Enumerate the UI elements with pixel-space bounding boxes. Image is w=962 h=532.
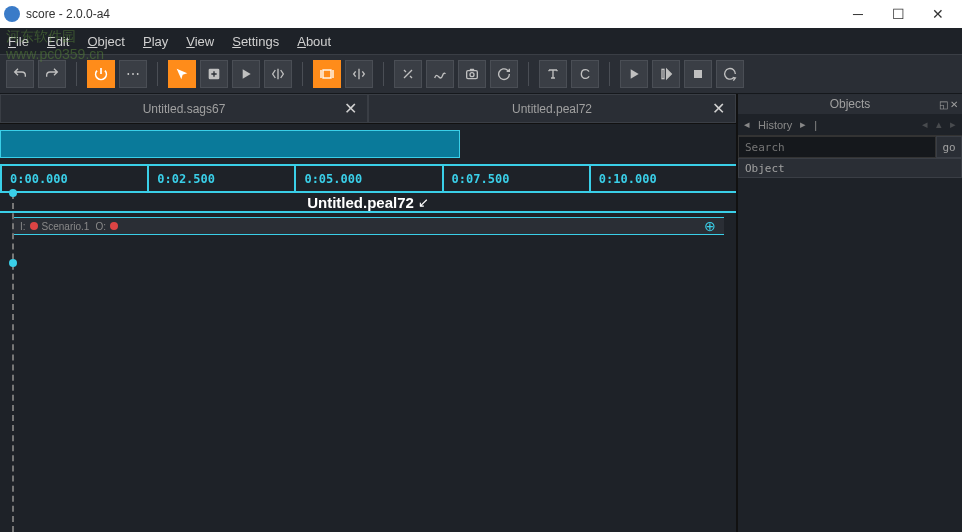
- toolbar-separator: [609, 62, 610, 86]
- toolbar-separator: [157, 62, 158, 86]
- document-tab[interactable]: Untitled.sags67 ✕: [0, 94, 368, 123]
- transport-rewind-button[interactable]: [716, 60, 744, 88]
- scenario-out-label: O:: [95, 221, 106, 232]
- time-ruler[interactable]: 0:00.000 0:02.500 0:05.000 0:07.500 0:10…: [0, 164, 736, 192]
- split-button[interactable]: [345, 60, 373, 88]
- menu-view[interactable]: View: [186, 34, 214, 49]
- search-bar: go: [738, 136, 962, 158]
- power-button[interactable]: [87, 60, 115, 88]
- select-tool-button[interactable]: [168, 60, 196, 88]
- interval-bar[interactable]: [0, 211, 736, 213]
- refresh-button[interactable]: [490, 60, 518, 88]
- panel-undock-icon[interactable]: ◱: [939, 99, 948, 110]
- panel-title-bar[interactable]: Objects ◱ ✕: [738, 94, 962, 114]
- transport-pause-button[interactable]: [652, 60, 680, 88]
- add-button[interactable]: [200, 60, 228, 88]
- search-input[interactable]: [738, 136, 936, 158]
- svg-rect-1: [323, 70, 331, 78]
- window-titlebar: score - 2.0.0-a4 ─ ☐ ✕: [0, 0, 962, 28]
- playhead-handle-icon[interactable]: [9, 259, 17, 267]
- ruler-tick: 0:07.500: [442, 166, 589, 191]
- interval-title: Untitled.peal72: [307, 194, 414, 211]
- transport-play-button[interactable]: [620, 60, 648, 88]
- add-process-icon[interactable]: ⊕: [704, 218, 716, 234]
- playhead-handle-icon[interactable]: [9, 189, 17, 197]
- region-overview[interactable]: [0, 130, 736, 158]
- scenario-name: Scenario.1: [42, 221, 90, 232]
- ruler-tick: 0:02.500: [147, 166, 294, 191]
- document-tab[interactable]: Untitled.peal72 ✕: [368, 94, 736, 123]
- tab-label: Untitled.peal72: [512, 102, 592, 116]
- snapshot-button[interactable]: [458, 60, 486, 88]
- objects-panel: Objects ◱ ✕ ◂ History ▸ | ◂ ▴ ▸ go Objec…: [736, 94, 962, 532]
- panel-title: Objects: [830, 97, 871, 111]
- svg-point-3: [470, 73, 474, 77]
- maximize-button[interactable]: ☐: [878, 2, 918, 26]
- panel-close-icon[interactable]: ✕: [950, 99, 958, 110]
- toolbar-separator: [76, 62, 77, 86]
- menu-settings[interactable]: Settings: [232, 34, 279, 49]
- history-back-icon[interactable]: ◂: [744, 118, 750, 131]
- bounds-button[interactable]: [313, 60, 341, 88]
- port-in-icon[interactable]: [30, 222, 38, 230]
- transport-stop-button[interactable]: [684, 60, 712, 88]
- play-button[interactable]: [232, 60, 260, 88]
- main-area: Untitled.sags67 ✕ Untitled.peal72 ✕ 0:00…: [0, 94, 736, 532]
- tab-close-icon[interactable]: ✕: [712, 99, 725, 118]
- nav-prev-icon[interactable]: ◂: [922, 118, 928, 131]
- nav-next-icon[interactable]: ▸: [950, 118, 956, 131]
- object-list[interactable]: [738, 178, 962, 532]
- scenario-header[interactable]: I: Scenario.1 O: ⊕: [12, 217, 724, 235]
- menubar: File Edit Object Play View Settings Abou…: [0, 28, 962, 54]
- toolbar-separator: [302, 62, 303, 86]
- menu-edit[interactable]: Edit: [47, 34, 69, 49]
- redo-button[interactable]: [38, 60, 66, 88]
- scale-button[interactable]: [394, 60, 422, 88]
- ruler-tick: 0:00.000: [0, 166, 147, 191]
- ruler-tick: 0:05.000: [294, 166, 441, 191]
- svg-rect-4: [662, 69, 664, 78]
- history-separator: |: [814, 119, 817, 131]
- document-tab-bar: Untitled.sags67 ✕ Untitled.peal72 ✕: [0, 94, 736, 124]
- history-forward-icon[interactable]: ▸: [800, 118, 806, 131]
- history-label: History: [758, 119, 792, 131]
- svg-rect-2: [467, 71, 478, 79]
- undo-button[interactable]: [6, 60, 34, 88]
- cursor-icon: ↙: [418, 195, 429, 210]
- toolbar-separator: [383, 62, 384, 86]
- scenario-in-label: I:: [20, 221, 26, 232]
- history-bar: ◂ History ▸ | ◂ ▴ ▸: [738, 114, 962, 136]
- svg-rect-5: [694, 70, 702, 78]
- region-selection[interactable]: [0, 130, 460, 158]
- close-button[interactable]: ✕: [918, 2, 958, 26]
- condition-button[interactable]: C: [571, 60, 599, 88]
- search-go-button[interactable]: go: [936, 136, 962, 158]
- timeline-canvas[interactable]: Untitled.peal72 ↙ I: Scenario.1 O: ⊕: [0, 192, 736, 532]
- menu-object[interactable]: Object: [87, 34, 125, 49]
- playhead[interactable]: [12, 193, 14, 532]
- port-out-icon[interactable]: [110, 222, 118, 230]
- tab-close-icon[interactable]: ✕: [344, 99, 357, 118]
- toolbar: ⋯ C: [0, 54, 962, 94]
- toolbar-separator: [528, 62, 529, 86]
- sync-button[interactable]: [264, 60, 292, 88]
- text-button[interactable]: [539, 60, 567, 88]
- curve-button[interactable]: [426, 60, 454, 88]
- window-title: score - 2.0.0-a4: [26, 7, 838, 21]
- app-icon: [4, 6, 20, 22]
- menu-about[interactable]: About: [297, 34, 331, 49]
- more-button[interactable]: ⋯: [119, 60, 147, 88]
- menu-file[interactable]: File: [8, 34, 29, 49]
- nav-up-icon[interactable]: ▴: [936, 118, 942, 131]
- object-list-header[interactable]: Object: [738, 158, 962, 178]
- menu-play[interactable]: Play: [143, 34, 168, 49]
- ruler-tick: 0:10.000: [589, 166, 736, 191]
- tab-label: Untitled.sags67: [143, 102, 226, 116]
- minimize-button[interactable]: ─: [838, 2, 878, 26]
